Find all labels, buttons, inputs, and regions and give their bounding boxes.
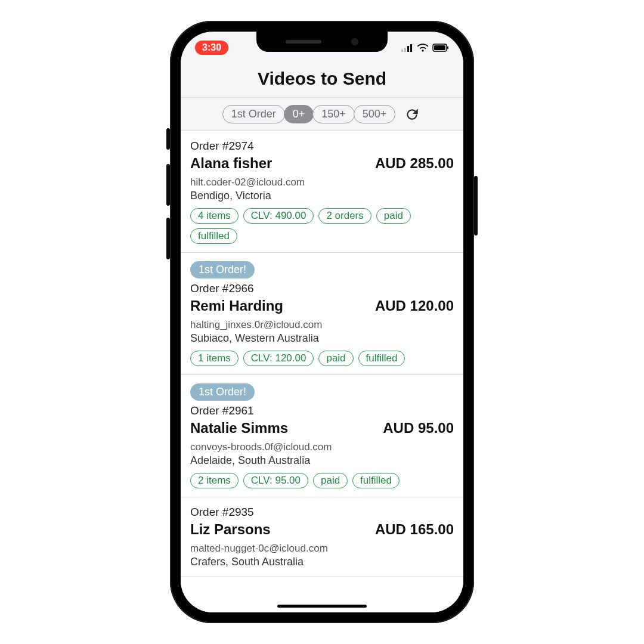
- screen: 3:30 Videos to Send 1st Order0+150+500+ …: [181, 32, 463, 612]
- page-title: Videos to Send: [181, 60, 463, 98]
- customer-email: halting_jinxes.0r@icloud.com: [190, 319, 454, 331]
- refresh-icon: [404, 107, 420, 122]
- order-tag: fulfilled: [358, 351, 405, 366]
- order-price: AUD 120.00: [375, 298, 454, 314]
- power-button: [474, 176, 478, 236]
- order-card[interactable]: 1st Order!Order #2966Remi HardingAUD 120…: [181, 253, 463, 375]
- wifi-icon: [417, 44, 429, 52]
- order-tags: 2 itemsCLV: 95.00paidfulfilled: [190, 473, 454, 488]
- order-number: Order #2974: [190, 140, 454, 153]
- customer-location: Crafers, South Australia: [190, 556, 454, 568]
- volume-up-button: [166, 164, 170, 206]
- svg-rect-6: [447, 47, 448, 49]
- orders-list[interactable]: Order #2974Alana fisherAUD 285.00hilt.co…: [181, 131, 463, 612]
- status-time: 3:30: [195, 41, 228, 55]
- customer-email: hilt.coder-02@icloud.com: [190, 177, 454, 188]
- customer-name: Liz Parsons: [190, 521, 271, 538]
- order-card[interactable]: Order #2974Alana fisherAUD 285.00hilt.co…: [181, 131, 463, 253]
- order-card[interactable]: Order #2935Liz ParsonsAUD 165.00malted-n…: [181, 497, 463, 577]
- filter-chip-3[interactable]: 500+: [354, 105, 396, 123]
- order-price: AUD 165.00: [375, 521, 454, 538]
- order-tag: CLV: 95.00: [243, 473, 308, 488]
- phone-frame: 3:30 Videos to Send 1st Order0+150+500+ …: [170, 21, 474, 623]
- order-tag: 1 items: [190, 351, 239, 366]
- refresh-button[interactable]: [403, 106, 421, 123]
- mute-switch: [166, 128, 170, 150]
- notch: [256, 32, 388, 52]
- order-number: Order #2935: [190, 506, 454, 519]
- order-tags: 4 itemsCLV: 490.002 orderspaidfulfilled: [190, 208, 454, 244]
- order-tag: paid: [313, 473, 348, 488]
- svg-rect-2: [407, 46, 409, 52]
- order-tag: fulfilled: [190, 228, 237, 244]
- customer-location: Subiaco, Western Australia: [190, 332, 454, 345]
- cellular-icon: [401, 44, 413, 52]
- first-order-badge: 1st Order!: [190, 383, 255, 401]
- customer-location: Bendigo, Victoria: [190, 190, 454, 202]
- order-number: Order #2961: [190, 404, 454, 417]
- order-tags: 1 itemsCLV: 120.00paidfulfilled: [190, 351, 454, 366]
- order-price: AUD 285.00: [375, 155, 454, 172]
- svg-rect-0: [401, 49, 403, 52]
- order-tag: fulfilled: [352, 473, 400, 488]
- svg-rect-3: [410, 44, 412, 52]
- customer-name: Alana fisher: [190, 155, 272, 172]
- battery-icon: [432, 44, 449, 52]
- filter-chip-0[interactable]: 1st Order: [222, 105, 285, 123]
- customer-email: convoys-broods.0f@icloud.com: [190, 441, 454, 453]
- order-tag: CLV: 120.00: [243, 351, 314, 366]
- customer-name: Natalie Simms: [190, 420, 288, 436]
- front-camera: [351, 38, 358, 45]
- order-tag: 4 items: [190, 208, 239, 224]
- order-tag: paid: [376, 208, 411, 224]
- order-tag: 2 orders: [318, 208, 371, 224]
- order-price: AUD 95.00: [383, 420, 454, 436]
- home-indicator[interactable]: [277, 605, 367, 608]
- speaker: [286, 40, 321, 44]
- svg-rect-1: [404, 48, 406, 52]
- filter-chip-2[interactable]: 150+: [312, 105, 355, 123]
- customer-email: malted-nugget-0c@icloud.com: [190, 543, 454, 555]
- order-tag: 2 items: [190, 473, 239, 488]
- customer-location: Adelaide, South Australia: [190, 454, 454, 467]
- order-tag: paid: [318, 351, 353, 366]
- customer-name: Remi Harding: [190, 298, 283, 314]
- order-card[interactable]: 1st Order!Order #2961Natalie SimmsAUD 95…: [181, 375, 463, 497]
- order-tag: CLV: 490.00: [243, 208, 314, 224]
- filter-chip-1[interactable]: 0+: [284, 105, 314, 123]
- volume-down-button: [166, 218, 170, 259]
- first-order-badge: 1st Order!: [190, 261, 255, 278]
- filter-bar: 1st Order0+150+500+: [181, 98, 463, 131]
- svg-rect-5: [434, 45, 445, 50]
- order-number: Order #2966: [190, 282, 454, 295]
